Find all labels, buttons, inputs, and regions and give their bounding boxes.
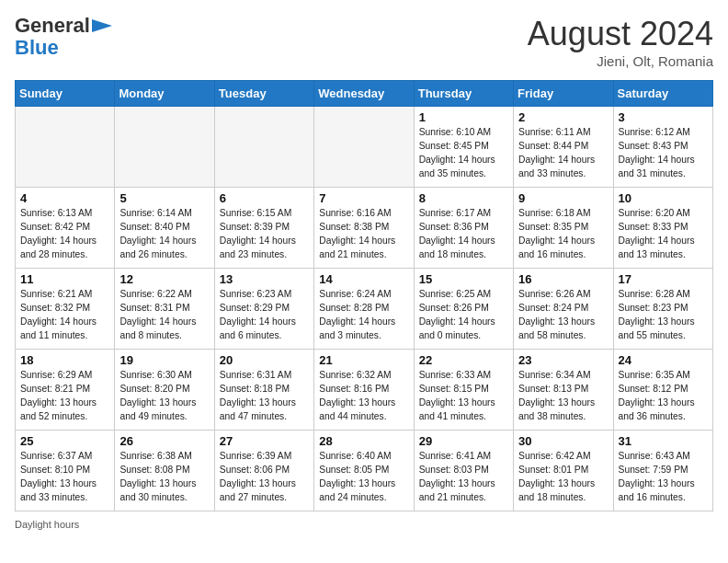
calendar-week-row: 11Sunrise: 6:21 AMSunset: 8:32 PMDayligh… [16, 269, 713, 350]
day-number: 13 [220, 272, 309, 286]
day-number: 9 [518, 191, 608, 205]
day-info: Sunrise: 6:21 AMSunset: 8:32 PMDaylight:… [20, 288, 109, 343]
day-number: 23 [518, 353, 608, 367]
logo-text: General [15, 15, 90, 37]
day-info: Sunrise: 6:18 AMSunset: 8:35 PMDaylight:… [518, 207, 608, 262]
day-info: Sunrise: 6:25 AMSunset: 8:26 PMDaylight:… [419, 288, 508, 343]
day-number: 10 [619, 191, 708, 205]
day-number: 26 [119, 434, 209, 448]
day-number: 14 [319, 272, 408, 286]
calendar-cell: 10Sunrise: 6:20 AMSunset: 8:33 PMDayligh… [613, 188, 712, 269]
day-number: 29 [419, 434, 508, 448]
day-info: Sunrise: 6:34 AMSunset: 8:13 PMDaylight:… [518, 369, 608, 424]
day-info: Sunrise: 6:17 AMSunset: 8:36 PMDaylight:… [419, 207, 508, 262]
calendar-cell: 26Sunrise: 6:38 AMSunset: 8:08 PMDayligh… [115, 431, 214, 511]
calendar-day-header: Saturday [613, 81, 712, 107]
calendar-cell: 19Sunrise: 6:30 AMSunset: 8:20 PMDayligh… [115, 350, 214, 431]
calendar-cell: 30Sunrise: 6:42 AMSunset: 8:01 PMDayligh… [514, 431, 613, 511]
day-number: 20 [220, 353, 309, 367]
day-info: Sunrise: 6:24 AMSunset: 8:28 PMDaylight:… [319, 288, 408, 343]
footer-text: Daylight hours [15, 519, 79, 530]
day-number: 19 [119, 353, 209, 367]
day-info: Sunrise: 6:15 AMSunset: 8:39 PMDaylight:… [220, 207, 309, 262]
day-number: 6 [220, 191, 309, 205]
calendar-cell: 16Sunrise: 6:26 AMSunset: 8:24 PMDayligh… [514, 269, 613, 350]
day-info: Sunrise: 6:41 AMSunset: 8:03 PMDaylight:… [419, 450, 508, 505]
calendar-cell: 12Sunrise: 6:22 AMSunset: 8:31 PMDayligh… [115, 269, 214, 350]
calendar-cell: 14Sunrise: 6:24 AMSunset: 8:28 PMDayligh… [314, 269, 414, 350]
calendar-cell: 22Sunrise: 6:33 AMSunset: 8:15 PMDayligh… [414, 350, 513, 431]
day-info: Sunrise: 6:23 AMSunset: 8:29 PMDaylight:… [220, 288, 309, 343]
day-number: 5 [119, 191, 209, 205]
day-info: Sunrise: 6:30 AMSunset: 8:20 PMDaylight:… [119, 369, 209, 424]
day-info: Sunrise: 6:43 AMSunset: 7:59 PMDaylight:… [619, 450, 708, 505]
calendar-cell: 6Sunrise: 6:15 AMSunset: 8:39 PMDaylight… [214, 188, 313, 269]
svg-marker-0 [92, 19, 112, 32]
day-info: Sunrise: 6:16 AMSunset: 8:38 PMDaylight:… [319, 207, 408, 262]
calendar-header-row: SundayMondayTuesdayWednesdayThursdayFrid… [16, 81, 713, 107]
calendar-cell: 1Sunrise: 6:10 AMSunset: 8:45 PMDaylight… [414, 107, 513, 188]
calendar-cell [115, 107, 214, 188]
calendar-day-header: Sunday [16, 81, 115, 107]
day-number: 24 [619, 353, 708, 367]
calendar-week-row: 18Sunrise: 6:29 AMSunset: 8:21 PMDayligh… [16, 350, 713, 431]
day-number: 8 [419, 191, 508, 205]
calendar-cell: 5Sunrise: 6:14 AMSunset: 8:40 PMDaylight… [115, 188, 214, 269]
calendar-day-header: Monday [115, 81, 214, 107]
calendar-day-header: Wednesday [314, 81, 414, 107]
day-number: 31 [619, 434, 708, 448]
calendar-day-header: Thursday [414, 81, 513, 107]
calendar-cell: 17Sunrise: 6:28 AMSunset: 8:23 PMDayligh… [613, 269, 712, 350]
page-header: General Blue August 2024 Jieni, Olt, Rom… [15, 15, 713, 69]
day-number: 15 [419, 272, 508, 286]
calendar-table: SundayMondayTuesdayWednesdayThursdayFrid… [15, 80, 713, 511]
calendar-day-header: Tuesday [214, 81, 313, 107]
day-info: Sunrise: 6:10 AMSunset: 8:45 PMDaylight:… [419, 126, 508, 181]
location-title: Jieni, Olt, Romania [528, 53, 713, 69]
day-number: 30 [518, 434, 608, 448]
day-info: Sunrise: 6:38 AMSunset: 8:08 PMDaylight:… [119, 450, 209, 505]
day-info: Sunrise: 6:20 AMSunset: 8:33 PMDaylight:… [619, 207, 708, 262]
day-info: Sunrise: 6:37 AMSunset: 8:10 PMDaylight:… [20, 450, 109, 505]
day-number: 12 [119, 272, 209, 286]
day-number: 4 [20, 191, 109, 205]
calendar-cell: 18Sunrise: 6:29 AMSunset: 8:21 PMDayligh… [16, 350, 115, 431]
logo: General Blue [15, 15, 112, 59]
logo-arrow-icon [92, 19, 112, 32]
day-number: 25 [20, 434, 109, 448]
calendar-cell: 13Sunrise: 6:23 AMSunset: 8:29 PMDayligh… [214, 269, 313, 350]
calendar-week-row: 4Sunrise: 6:13 AMSunset: 8:42 PMDaylight… [16, 188, 713, 269]
day-number: 1 [419, 110, 508, 124]
day-info: Sunrise: 6:40 AMSunset: 8:05 PMDaylight:… [319, 450, 408, 505]
calendar-cell: 29Sunrise: 6:41 AMSunset: 8:03 PMDayligh… [414, 431, 513, 511]
day-info: Sunrise: 6:13 AMSunset: 8:42 PMDaylight:… [20, 207, 109, 262]
calendar-cell: 8Sunrise: 6:17 AMSunset: 8:36 PMDaylight… [414, 188, 513, 269]
calendar-cell: 3Sunrise: 6:12 AMSunset: 8:43 PMDaylight… [613, 107, 712, 188]
calendar-cell: 25Sunrise: 6:37 AMSunset: 8:10 PMDayligh… [16, 431, 115, 511]
day-info: Sunrise: 6:35 AMSunset: 8:12 PMDaylight:… [619, 369, 708, 424]
day-info: Sunrise: 6:31 AMSunset: 8:18 PMDaylight:… [220, 369, 309, 424]
day-number: 28 [319, 434, 408, 448]
calendar-cell: 21Sunrise: 6:32 AMSunset: 8:16 PMDayligh… [314, 350, 414, 431]
calendar-cell: 28Sunrise: 6:40 AMSunset: 8:05 PMDayligh… [314, 431, 414, 511]
day-number: 17 [619, 272, 708, 286]
calendar-cell: 7Sunrise: 6:16 AMSunset: 8:38 PMDaylight… [314, 188, 414, 269]
day-info: Sunrise: 6:29 AMSunset: 8:21 PMDaylight:… [20, 369, 109, 424]
calendar-cell: 23Sunrise: 6:34 AMSunset: 8:13 PMDayligh… [514, 350, 613, 431]
day-info: Sunrise: 6:39 AMSunset: 8:06 PMDaylight:… [220, 450, 309, 505]
day-info: Sunrise: 6:33 AMSunset: 8:15 PMDaylight:… [419, 369, 508, 424]
calendar-cell: 9Sunrise: 6:18 AMSunset: 8:35 PMDaylight… [514, 188, 613, 269]
calendar-cell [16, 107, 115, 188]
footer: Daylight hours [15, 519, 713, 530]
day-number: 2 [518, 110, 608, 124]
logo-blue-text: Blue [15, 37, 59, 59]
day-info: Sunrise: 6:26 AMSunset: 8:24 PMDaylight:… [518, 288, 608, 343]
day-info: Sunrise: 6:32 AMSunset: 8:16 PMDaylight:… [319, 369, 408, 424]
day-info: Sunrise: 6:42 AMSunset: 8:01 PMDaylight:… [518, 450, 608, 505]
logo-general: General [15, 14, 90, 37]
month-year-title: August 2024 [528, 15, 713, 53]
calendar-week-row: 25Sunrise: 6:37 AMSunset: 8:10 PMDayligh… [16, 431, 713, 511]
day-info: Sunrise: 6:14 AMSunset: 8:40 PMDaylight:… [119, 207, 209, 262]
calendar-cell [314, 107, 414, 188]
day-number: 21 [319, 353, 408, 367]
